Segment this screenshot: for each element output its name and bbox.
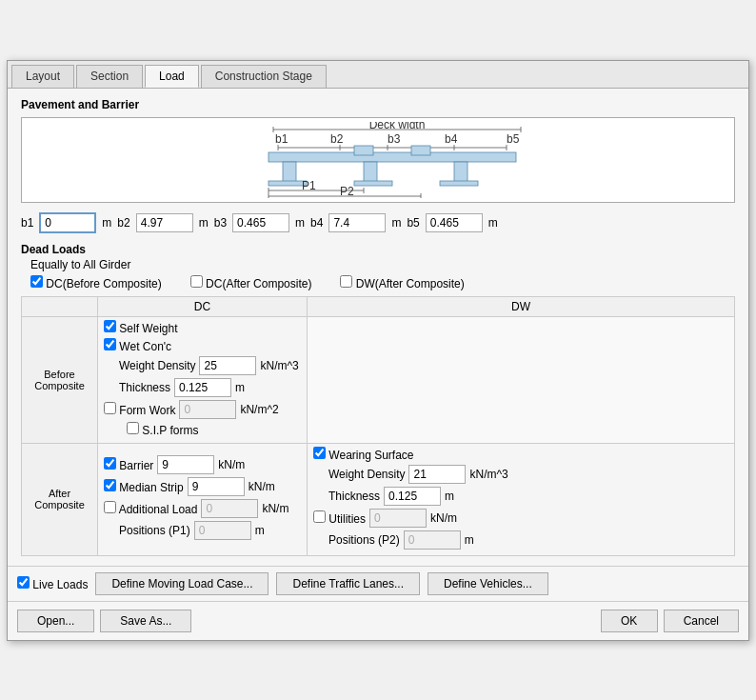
live-loads-checkbox-label[interactable]: Live Loads	[17, 576, 88, 591]
positions-p1-input[interactable]	[194, 521, 251, 540]
additional-load-checkbox-label[interactable]: Additional Load	[104, 501, 197, 516]
svg-text:b3: b3	[388, 132, 401, 146]
dw-column-header: DW	[308, 296, 735, 316]
wearing-surface-row: Wearing Surface	[313, 447, 728, 462]
form-work-unit: kN/m^2	[240, 403, 278, 416]
dw-weight-density-input[interactable]	[408, 465, 466, 484]
utilities-value-input[interactable]	[369, 509, 427, 528]
bridge-diagram: Deck width b1 b2 b3 b4 b5	[21, 117, 735, 203]
positions-p2-row: Positions (P2) m	[328, 530, 728, 550]
thickness-row: Thickness m	[119, 378, 301, 397]
tab-construction-stage[interactable]: Construction Stage	[201, 65, 327, 88]
thickness-input[interactable]	[174, 378, 231, 397]
weight-density-unit: kN/m^3	[260, 359, 298, 372]
dc-before-composite-checkbox-label[interactable]: DC(Before Composite)	[30, 275, 162, 290]
sip-forms-row: S.I.P forms	[127, 422, 301, 437]
form-work-row: Form Work kN/m^2	[104, 400, 301, 419]
median-strip-value-input[interactable]	[188, 477, 245, 496]
after-composite-dw-cell: Wearing Surface Weight Density kN/m^3 Th…	[308, 443, 735, 555]
barrier-value-input[interactable]	[157, 455, 214, 474]
positions-p1-unit: m	[255, 524, 265, 537]
b1-input[interactable]	[39, 212, 96, 233]
dw-weight-density-label: Weight Density	[328, 468, 405, 481]
wet-con-checkbox-label[interactable]: Wet Con'c	[104, 338, 171, 353]
median-strip-unit: kN/m	[249, 480, 275, 493]
wearing-surface-checkbox[interactable]	[313, 447, 326, 459]
define-traffic-lanes-button[interactable]: Define Traffic Lanes...	[276, 572, 420, 595]
tab-layout[interactable]: Layout	[11, 65, 74, 88]
footer-right-buttons: OK Cancel	[601, 610, 739, 632]
dc-before-composite-label: DC(Before Composite)	[46, 277, 161, 290]
b4-input[interactable]	[328, 213, 386, 232]
b1-unit: m	[102, 216, 111, 230]
dc-after-composite-label: DC(After Composite)	[206, 277, 311, 290]
svg-text:b5: b5	[507, 132, 520, 146]
tab-section[interactable]: Section	[76, 65, 143, 88]
wet-con-checkbox[interactable]	[104, 338, 116, 350]
b4-unit: m	[391, 216, 401, 230]
dc-before-composite-checkbox[interactable]	[30, 275, 43, 288]
barrier-checkbox-label[interactable]: Barrier	[104, 457, 153, 472]
b2-unit: m	[199, 216, 209, 230]
b3-unit: m	[295, 216, 305, 230]
dc-after-composite-checkbox[interactable]	[190, 275, 203, 288]
svg-rect-20	[411, 146, 430, 155]
b5-input[interactable]	[426, 213, 483, 232]
svg-rect-24	[269, 181, 307, 186]
dw-after-composite-checkbox[interactable]	[340, 275, 352, 288]
self-weight-row: Self Weight	[104, 320, 301, 335]
form-work-checkbox[interactable]	[104, 402, 116, 414]
weight-density-input[interactable]	[199, 356, 256, 375]
self-weight-checkbox[interactable]	[104, 320, 116, 332]
median-strip-checkbox-label[interactable]: Median Strip	[104, 479, 184, 494]
cancel-button[interactable]: Cancel	[664, 610, 739, 632]
open-button[interactable]: Open...	[17, 610, 94, 632]
svg-text:b4: b4	[445, 132, 458, 146]
ok-button[interactable]: OK	[601, 610, 658, 632]
weight-density-label: Weight Density	[119, 359, 195, 372]
b5-unit: m	[488, 216, 498, 230]
form-work-checkbox-label[interactable]: Form Work	[104, 402, 175, 417]
self-weight-checkbox-label[interactable]: Self Weight	[104, 320, 178, 335]
additional-load-unit: kN/m	[262, 502, 288, 515]
self-weight-label: Self Weight	[119, 322, 177, 335]
b5-label: b5	[407, 216, 419, 230]
barrier-unit: kN/m	[218, 458, 245, 471]
svg-rect-26	[440, 181, 478, 186]
positions-p2-input[interactable]	[404, 530, 461, 550]
svg-rect-19	[354, 146, 373, 155]
dw-after-composite-checkbox-label[interactable]: DW(After Composite)	[340, 275, 464, 290]
utilities-checkbox-label[interactable]: Utilities	[313, 510, 366, 526]
b-inputs-row: b1 m b2 m b3 m b4 m b5 m	[21, 212, 735, 233]
additional-load-value-input[interactable]	[201, 499, 258, 518]
sip-forms-checkbox-label[interactable]: S.I.P forms	[127, 422, 198, 437]
positions-p1-row: Positions (P1) m	[119, 521, 301, 540]
form-work-value-input[interactable]	[179, 400, 236, 419]
sip-forms-checkbox[interactable]	[127, 422, 139, 434]
footer-left-buttons: Open... Save As...	[17, 610, 191, 632]
dc-after-composite-checkbox-label[interactable]: DC(After Composite)	[190, 275, 312, 290]
dead-loads-title: Dead Loads	[21, 243, 735, 256]
svg-rect-23	[454, 162, 468, 183]
b1-label: b1	[21, 216, 33, 230]
median-strip-checkbox[interactable]	[104, 479, 116, 491]
live-loads-label: Live Loads	[32, 578, 88, 591]
before-composite-dc-cell: Self Weight Wet Con'c Weight Density	[98, 316, 308, 443]
save-as-button[interactable]: Save As...	[100, 610, 191, 632]
barrier-checkbox[interactable]	[104, 457, 116, 470]
dw-thickness-input[interactable]	[384, 487, 441, 506]
live-loads-checkbox[interactable]	[17, 576, 30, 589]
wearing-surface-checkbox-label[interactable]: Wearing Surface	[313, 447, 414, 462]
svg-rect-25	[354, 181, 392, 186]
additional-load-checkbox[interactable]	[104, 501, 116, 513]
dw-weight-density-row: Weight Density kN/m^3	[328, 465, 728, 484]
barrier-row: Barrier kN/m	[104, 455, 301, 474]
tab-load[interactable]: Load	[145, 65, 199, 88]
b2-input[interactable]	[136, 213, 193, 232]
define-moving-load-button[interactable]: Define Moving Load Case...	[95, 572, 269, 595]
before-composite-dw-cell	[308, 316, 735, 443]
define-vehicles-button[interactable]: Define Vehicles...	[428, 572, 548, 595]
positions-p1-label: Positions (P1)	[119, 524, 190, 537]
b3-input[interactable]	[232, 213, 289, 232]
utilities-checkbox[interactable]	[313, 510, 326, 523]
